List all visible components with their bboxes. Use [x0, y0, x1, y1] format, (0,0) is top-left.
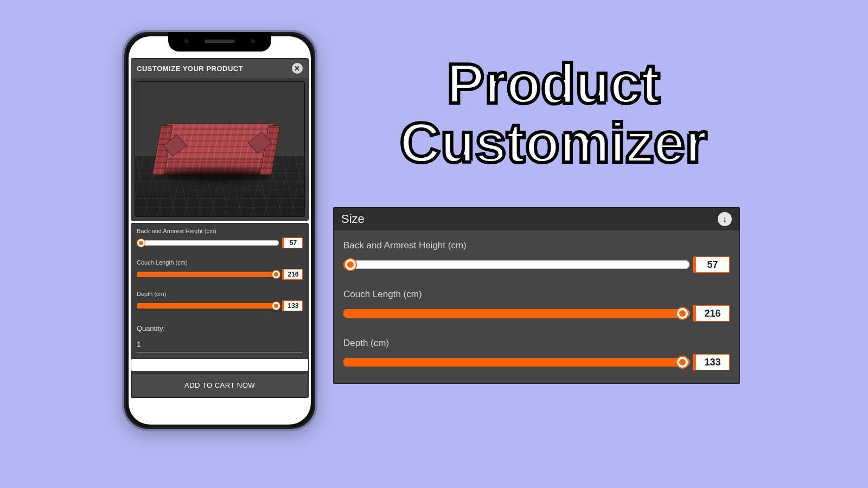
- size-panel-body: Back and Armrest Height (cm) 57 Couch Le…: [131, 223, 308, 321]
- slider-track[interactable]: [137, 240, 279, 246]
- slider-track[interactable]: [137, 272, 279, 277]
- device-screen: CUSTOMIZE YOUR PRODUCT ✕: [129, 36, 311, 425]
- slider-thumb[interactable]: [272, 271, 280, 278]
- slider-label: Couch Length (cm): [343, 289, 730, 300]
- device-notch: [168, 32, 271, 52]
- customize-panel-header: CUSTOMIZE YOUR PRODUCT ✕: [131, 59, 308, 78]
- detail-slider-depth: Depth (cm) 133: [343, 338, 730, 370]
- customize-panel-title: CUSTOMIZE YOUR PRODUCT: [137, 65, 243, 73]
- slider-label: Depth (cm): [343, 338, 730, 349]
- quantity-row: Quantity:: [131, 321, 308, 355]
- slider-fill: [137, 272, 276, 277]
- slider-value[interactable]: 216: [693, 305, 730, 322]
- close-icon[interactable]: ✕: [292, 63, 303, 74]
- slider-track[interactable]: [343, 309, 690, 318]
- hero-title-line2: Customizer: [347, 113, 760, 172]
- hero-title: Product Customizer: [347, 54, 760, 172]
- slider-value[interactable]: 57: [282, 237, 303, 248]
- product-preview-couch: [157, 123, 275, 175]
- size-detail-header: Size ↓: [334, 208, 739, 230]
- panel-divider: [131, 359, 308, 371]
- customize-panel: CUSTOMIZE YOUR PRODUCT ✕: [131, 58, 309, 221]
- slider-value[interactable]: 216: [282, 269, 303, 280]
- slider-track[interactable]: [343, 260, 690, 269]
- slider-track[interactable]: [137, 303, 279, 309]
- size-detail-panel: Size ↓ Back and Armrest Height (cm) 57 C…: [333, 207, 740, 384]
- slider-back-height: Back and Armrest Height (cm) 57: [137, 228, 303, 248]
- slider-fill: [137, 303, 276, 309]
- detail-slider-couch-length: Couch Length (cm) 216: [343, 289, 730, 322]
- size-panel: Back and Armrest Height (cm) 57 Couch Le…: [131, 223, 309, 398]
- slider-couch-length: Couch Length (cm) 216: [137, 259, 303, 280]
- slider-thumb[interactable]: [272, 302, 280, 310]
- slider-thumb[interactable]: [677, 308, 688, 319]
- quantity-label: Quantity:: [137, 324, 303, 332]
- add-to-cart-button[interactable]: ADD TO CART NOW: [131, 373, 308, 397]
- slider-fill: [343, 358, 682, 367]
- slider-track[interactable]: [343, 358, 690, 367]
- size-detail-title: Size: [341, 212, 365, 226]
- detail-slider-back-height: Back and Armrest Height (cm) 57: [343, 240, 730, 273]
- slider-thumb[interactable]: [345, 259, 356, 270]
- app-root: CUSTOMIZE YOUR PRODUCT ✕: [129, 58, 311, 425]
- collapse-icon[interactable]: ↓: [718, 212, 732, 226]
- device-frame: CUSTOMIZE YOUR PRODUCT ✕: [122, 30, 317, 431]
- slider-label: Couch Length (cm): [137, 259, 303, 266]
- slider-thumb[interactable]: [137, 239, 145, 247]
- slider-label: Depth (cm): [137, 291, 303, 297]
- size-detail-body: Back and Armrest Height (cm) 57 Couch Le…: [334, 230, 739, 383]
- hero-title-line1: Product: [347, 54, 760, 113]
- slider-depth: Depth (cm) 133: [137, 291, 303, 311]
- slider-thumb[interactable]: [677, 357, 688, 368]
- slider-fill: [343, 309, 682, 318]
- product-3d-viewport[interactable]: [135, 81, 305, 217]
- slider-value[interactable]: 133: [693, 354, 730, 370]
- slider-value[interactable]: 133: [282, 300, 303, 311]
- slider-label: Back and Armrest Height (cm): [343, 240, 730, 251]
- quantity-input[interactable]: [137, 337, 303, 352]
- slider-label: Back and Armrest Height (cm): [137, 228, 303, 234]
- slider-value[interactable]: 57: [693, 256, 730, 273]
